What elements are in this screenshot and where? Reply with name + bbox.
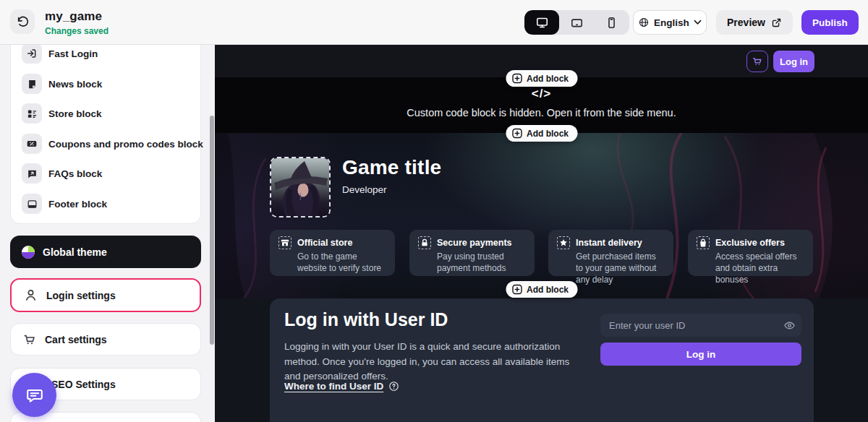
add-block-button-top[interactable]: Add block: [506, 70, 577, 87]
sidebar-item-global-theme[interactable]: Global theme: [10, 236, 201, 268]
device-toggle: [524, 10, 629, 35]
feature-card-exclusive-offers: Exclusive offers Access special offers a…: [688, 230, 813, 276]
site-login-button[interactable]: Log in: [773, 51, 814, 72]
device-mobile-button[interactable]: [595, 10, 629, 35]
monitor-icon: [535, 16, 549, 30]
star-icon: [557, 236, 570, 249]
add-block-button-middle[interactable]: Add block: [506, 125, 577, 142]
site-cart-button[interactable]: [746, 51, 768, 72]
sidebar-item-news-block[interactable]: News block: [11, 74, 200, 94]
game-avatar[interactable]: [270, 157, 331, 218]
preview-button[interactable]: Preview: [716, 10, 793, 35]
site-builder-app: my_game Changes saved English Preview Pu…: [0, 0, 868, 422]
sidebar-item-store-block[interactable]: Store block: [11, 103, 200, 124]
blocks-list-card: Fast Login News block Store block Coupon…: [10, 45, 201, 224]
witch-portrait: [271, 158, 329, 216]
cart-icon: [752, 56, 763, 67]
publish-button[interactable]: Publish: [801, 10, 859, 35]
plus-square-icon: [511, 73, 522, 84]
store-grid-icon: [22, 103, 42, 124]
save-status: Changes saved: [45, 26, 109, 36]
site-preview: Log in </> Custom code block is hidden. …: [215, 45, 868, 422]
undo-icon: [16, 15, 30, 29]
device-tablet-button[interactable]: [559, 10, 594, 35]
feature-card-secure-payments: Secure payments Pay using trusted paymen…: [409, 230, 535, 276]
news-icon: [22, 74, 42, 94]
external-link-icon: [771, 17, 782, 28]
plus-square-icon: [511, 128, 522, 139]
faq-icon: [22, 163, 42, 184]
game-developer: Developer: [342, 184, 387, 195]
user-id-input[interactable]: [600, 314, 801, 337]
feature-card-official-store: Official store Go to the game website to…: [270, 230, 395, 276]
device-desktop-button[interactable]: [524, 10, 559, 35]
code-icon: </>: [532, 87, 552, 101]
login-id-section: Log in with User ID Logging in with your…: [270, 298, 814, 422]
sidebar-item-coupons-block[interactable]: Coupons and promo codes block: [11, 134, 200, 154]
custom-code-message: Custom code block is hidden. Open it fro…: [215, 107, 868, 119]
where-to-find-link[interactable]: Where to find User ID: [284, 381, 399, 392]
sidebar-item-fast-login[interactable]: Fast Login: [11, 45, 200, 64]
login-icon: [22, 45, 42, 64]
lock-icon: [418, 236, 431, 249]
user-id-login-button[interactable]: Log in: [600, 343, 801, 366]
chevron-down-icon: [694, 20, 702, 25]
login-section-title: Log in with User ID: [284, 309, 448, 330]
theme-circle-icon: [22, 246, 35, 259]
game-title: Game title: [342, 156, 441, 179]
globe-icon: [638, 17, 650, 28]
eye-icon[interactable]: [781, 318, 797, 332]
feature-card-instant-delivery: Instant delivery Get purchased items to …: [548, 230, 673, 276]
undo-button[interactable]: [10, 9, 35, 34]
sidebar-item-login-settings[interactable]: Login settings: [10, 278, 201, 312]
sidebar-item-faqs-block[interactable]: FAQs block: [11, 163, 200, 184]
chat-icon: [25, 385, 45, 405]
language-label: English: [654, 17, 689, 28]
login-section-description: Logging in with your User ID is a quick …: [284, 340, 572, 384]
editor-header: my_game Changes saved English Preview Pu…: [0, 0, 868, 45]
blocks-sidebar: Fast Login News block Store block Coupon…: [0, 45, 215, 422]
question-circle-icon: [388, 381, 399, 392]
footer-icon: [22, 194, 42, 214]
tablet-icon: [570, 16, 584, 30]
phone-icon: [605, 16, 618, 30]
person-icon: [23, 288, 38, 303]
plus-square-icon: [511, 284, 522, 295]
bag-icon: [697, 236, 710, 249]
store-front-icon: [278, 236, 292, 249]
sidebar-item-footer-block[interactable]: Footer block: [11, 194, 200, 214]
coupon-icon: [22, 134, 42, 154]
sidebar-item-cart-settings[interactable]: Cart settings: [10, 323, 201, 356]
add-block-button-bottom[interactable]: Add block: [506, 281, 577, 298]
sidebar-scrollbar[interactable]: [210, 116, 214, 345]
hero-section: Game title Developer Official store Go t…: [215, 133, 868, 298]
cart-icon: [22, 332, 37, 347]
preview-button-label: Preview: [727, 17, 765, 28]
project-title: my_game: [45, 9, 102, 24]
support-chat-button[interactable]: [12, 373, 56, 417]
language-selector[interactable]: English: [633, 10, 707, 35]
